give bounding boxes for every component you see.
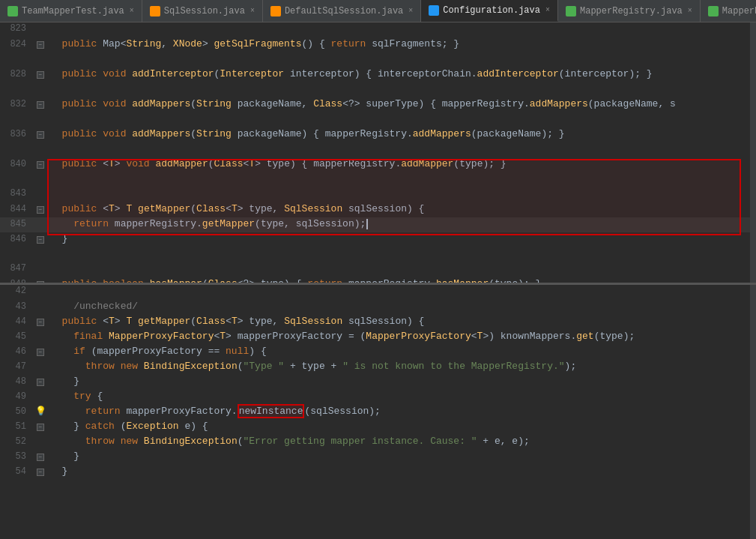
line-848: 848 − public boolean hasMapper(Class<?> … — [0, 277, 756, 283]
fold-icon-44[interactable]: − — [37, 319, 44, 326]
tab-bar: TeamMapperTest.java × SqlSession.java × … — [0, 0, 756, 22]
line-49: 49 try { — [0, 390, 756, 405]
line-empty-3 — [0, 112, 756, 127]
fold-icon-46[interactable]: − — [37, 349, 44, 356]
tab-close-default-sql[interactable]: × — [408, 7, 413, 15]
tab-close-team-mapper[interactable]: × — [130, 7, 134, 15]
fold-icon-828[interactable]: − — [37, 71, 44, 79]
tab-mapper-proxy[interactable]: MapperProxyF... — [701, 0, 756, 22]
tab-sql-session[interactable]: SqlSession.java × — [142, 0, 263, 22]
line-832: 832 − public void addMappers(String pack… — [0, 97, 756, 112]
tab-icon-sql-session — [150, 6, 160, 16]
tab-close-sql-session[interactable]: × — [250, 7, 255, 15]
tab-configuration[interactable]: Configuration.java × — [421, 0, 558, 22]
tab-team-mapper[interactable]: TeamMapperTest.java × — [0, 0, 142, 22]
bottom-scrollbar[interactable] — [750, 285, 756, 539]
fold-icon-54[interactable]: − — [37, 469, 44, 476]
line-44: 44 − public <T> T getMapper(Class<T> typ… — [0, 315, 756, 330]
line-50: 50 💡 return mapperProxyFactory.newInstan… — [0, 405, 756, 420]
top-scrollbar[interactable] — [750, 22, 756, 283]
fold-icon-48[interactable]: − — [37, 379, 44, 386]
line-844: 844 − public <T> T getMapper(Class<T> ty… — [0, 202, 756, 217]
line-46: 46 − if (mapperProxyFactory == null) { — [0, 345, 756, 360]
app-container: TeamMapperTest.java × SqlSession.java × … — [0, 0, 756, 539]
tab-icon-mapper-registry — [566, 6, 576, 16]
fold-icon-51[interactable]: − — [37, 424, 44, 431]
line-54: 54 − } — [0, 465, 756, 480]
highlight-new-instance: newInstance — [238, 404, 305, 418]
line-845: 845 return mapperRegistry.getMapper(type… — [0, 217, 756, 232]
line-828: 828 − public void addInterceptor(Interce… — [0, 67, 756, 82]
tab-label-team-mapper: TeamMapperTest.java — [22, 6, 124, 16]
line-empty-2 — [0, 82, 756, 97]
tab-label-mapper-proxy: MapperProxyF... — [722, 6, 756, 16]
tab-label-default-sql: DefaultSqlSession.java — [285, 6, 403, 16]
line-51: 51 − } catch (Exception e) { — [0, 420, 756, 435]
fold-icon-848[interactable]: − — [37, 281, 44, 283]
line-823: 823 — [0, 22, 756, 37]
tab-close-configuration[interactable]: × — [545, 6, 550, 14]
line-empty-6 — [0, 247, 756, 262]
fold-icon-844[interactable]: − — [37, 206, 44, 214]
line-47: 47 throw new BindingException("Type " + … — [0, 360, 756, 375]
tab-icon-configuration — [429, 5, 439, 16]
tab-icon-mapper-proxy — [708, 6, 719, 16]
line-840: 840 − public <T> void addMapper(Class<T>… — [0, 157, 756, 172]
bottom-code-area[interactable]: 42 43 /unchecked/ 44 − public <T> T getM… — [0, 285, 756, 539]
bottom-code-panel: 42 43 /unchecked/ 44 − public <T> T getM… — [0, 285, 756, 539]
line-52: 52 throw new BindingException("Error get… — [0, 435, 756, 450]
line-847: 847 — [0, 262, 756, 277]
tab-default-sql[interactable]: DefaultSqlSession.java × — [263, 0, 421, 22]
top-code-area[interactable]: 823 824 − public Map<String, XNode> getS… — [0, 22, 756, 283]
tab-label-configuration: Configuration.java — [443, 5, 540, 16]
warning-icon-50: 💡 — [35, 406, 46, 417]
top-code-panel: 823 824 − public Map<String, XNode> getS… — [0, 22, 756, 285]
line-843: 843 — [0, 187, 756, 202]
line-empty-4 — [0, 142, 756, 157]
tab-icon-default-sql — [270, 6, 281, 16]
tab-label-sql-session: SqlSession.java — [164, 6, 245, 16]
fold-icon-824[interactable]: − — [37, 41, 44, 49]
fold-icon-836[interactable]: − — [37, 131, 44, 139]
line-53: 53 − } — [0, 450, 756, 465]
fold-icon-846[interactable]: − — [37, 236, 44, 244]
line-45: 45 final MapperProxyFactory<T> mapperPro… — [0, 330, 756, 345]
line-empty-1 — [0, 52, 756, 67]
line-42: 42 — [0, 285, 756, 300]
line-824: 824 − public Map<String, XNode> getSqlFr… — [0, 37, 756, 52]
fold-icon-53[interactable]: − — [37, 454, 44, 461]
line-48: 48 − } — [0, 375, 756, 390]
tab-close-mapper-registry[interactable]: × — [688, 7, 692, 15]
line-empty-5 — [0, 172, 756, 187]
tab-mapper-registry[interactable]: MapperRegistry.java × — [558, 0, 701, 22]
tab-label-mapper-registry: MapperRegistry.java — [580, 6, 683, 16]
fold-icon-840[interactable]: − — [37, 161, 44, 169]
tab-icon-team-mapper — [7, 6, 18, 16]
panels-container: 823 824 − public Map<String, XNode> getS… — [0, 22, 756, 539]
line-846: 846 − } — [0, 232, 756, 247]
line-43: 43 /unchecked/ — [0, 300, 756, 315]
line-836: 836 − public void addMappers(String pack… — [0, 127, 756, 142]
fold-icon-832[interactable]: − — [37, 101, 44, 109]
